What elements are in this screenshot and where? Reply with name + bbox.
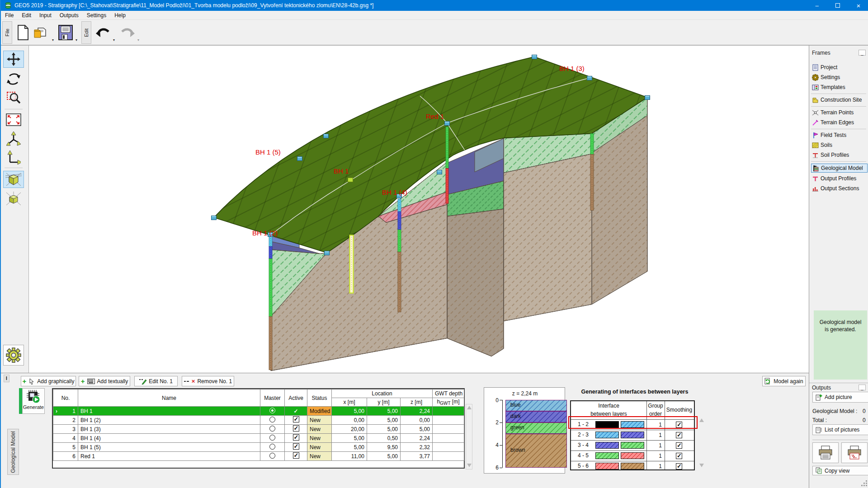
menu-file[interactable]: File bbox=[1, 11, 18, 20]
active-checkbox[interactable] bbox=[293, 434, 299, 441]
close-button[interactable]: × bbox=[848, 0, 868, 11]
undo-button[interactable] bbox=[95, 27, 110, 39]
edit-no1-button[interactable]: Edit No. 1 bbox=[134, 376, 178, 386]
menu-settings[interactable]: Settings bbox=[83, 11, 110, 20]
frames-item-terrain-points[interactable]: Terrain Points bbox=[811, 108, 868, 117]
add-textually-button[interactable]: + Add textually bbox=[79, 376, 130, 386]
frames-item-construction-site[interactable]: Construction Site bbox=[811, 95, 868, 104]
total-count-label: Total : bbox=[812, 417, 827, 423]
perspective-view-button[interactable] bbox=[3, 171, 24, 188]
cell-master[interactable] bbox=[260, 452, 285, 461]
frames-item-terrain-edges[interactable]: Terrain Edges bbox=[811, 118, 868, 127]
frames-item-templates[interactable]: Templates bbox=[811, 83, 868, 92]
cell-active[interactable] bbox=[285, 434, 307, 443]
view-settings-button[interactable] bbox=[3, 345, 24, 366]
table-row[interactable]: 6 Red 1 New 11,00 5,00 3,77 bbox=[53, 452, 464, 461]
smoothing-checkbox[interactable] bbox=[676, 453, 682, 459]
menu-outputs[interactable]: Outputs bbox=[56, 11, 83, 20]
title-bar[interactable]: GEO5 2019 - Stratigraphy [C:\_Stahovat\S… bbox=[1, 0, 868, 11]
table-row[interactable]: 5 BH 1 (5) New 5,00 9,50 2,32 bbox=[53, 443, 464, 452]
open-file-button[interactable] bbox=[33, 25, 50, 40]
cell-master[interactable] bbox=[260, 425, 285, 434]
smoothing-checkbox[interactable] bbox=[676, 463, 682, 469]
interface-swatch bbox=[595, 442, 619, 449]
save-button[interactable] bbox=[58, 24, 73, 41]
print-selection-button[interactable] bbox=[841, 442, 868, 463]
cell-active[interactable]: ✓ bbox=[285, 407, 307, 416]
frames-item-soil-profiles[interactable]: Soil Profiles bbox=[811, 150, 868, 160]
rotate-tool-button[interactable] bbox=[3, 70, 24, 88]
frames-item-soils[interactable]: Soils bbox=[811, 141, 868, 150]
add-graphically-button[interactable]: + Add graphically bbox=[21, 376, 76, 386]
cell-master[interactable] bbox=[260, 416, 285, 425]
frames-item-project[interactable]: Project bbox=[811, 63, 868, 72]
table-scrollbar[interactable] bbox=[466, 404, 472, 469]
active-checkbox[interactable] bbox=[293, 452, 299, 459]
master-radio[interactable] bbox=[269, 426, 275, 432]
axonometry-view-button[interactable] bbox=[3, 190, 24, 207]
master-radio[interactable] bbox=[269, 444, 275, 450]
master-radio[interactable] bbox=[269, 417, 275, 422]
redo-dropdown-caret[interactable]: ▾ bbox=[137, 38, 139, 42]
cell-active[interactable] bbox=[285, 443, 307, 452]
cell-active[interactable] bbox=[285, 416, 307, 425]
zoom-tool-button[interactable] bbox=[3, 89, 24, 106]
table-row[interactable]: 2 BH 1 (2) New 0,00 5,00 0,00 bbox=[53, 416, 464, 425]
master-radio[interactable] bbox=[269, 435, 275, 441]
list-of-pictures-button[interactable]: List of pictures bbox=[812, 424, 868, 435]
cell-active[interactable] bbox=[285, 425, 307, 434]
model-again-button[interactable]: Model again bbox=[762, 376, 806, 386]
smoothing-checkbox[interactable] bbox=[676, 442, 682, 449]
frames-item-settings[interactable]: Settings bbox=[811, 73, 868, 82]
open-dropdown-caret[interactable]: ▾ bbox=[52, 38, 54, 42]
maximize-button[interactable] bbox=[827, 0, 848, 11]
table-row[interactable]: 4 BH 1 (4) New 5,00 0,50 2,24 bbox=[53, 434, 464, 443]
axes-3d-button[interactable] bbox=[3, 131, 24, 148]
interfaces-scroll-down[interactable] bbox=[699, 464, 704, 467]
file-group-tab[interactable]: File bbox=[2, 21, 12, 44]
cell-master[interactable] bbox=[260, 443, 285, 452]
model-again-icon bbox=[764, 378, 771, 385]
frames-item-field-tests[interactable]: Field Tests bbox=[811, 131, 868, 140]
active-checkbox[interactable] bbox=[293, 443, 299, 450]
undo-dropdown-caret[interactable]: ▾ bbox=[113, 38, 115, 42]
table-row[interactable]: 1 BH 1 ✓ Modified 5,00 5,00 2,24 bbox=[53, 407, 464, 416]
edit-group-tab[interactable]: Edit bbox=[81, 21, 91, 44]
save-dropdown-caret[interactable]: ▾ bbox=[75, 38, 77, 42]
menu-edit[interactable]: Edit bbox=[18, 11, 35, 20]
active-checkbox[interactable] bbox=[293, 416, 299, 422]
axes-2d-button[interactable] bbox=[3, 150, 24, 167]
frames-item-output-profiles[interactable]: Output Profiles bbox=[811, 174, 868, 183]
master-radio[interactable] bbox=[269, 453, 275, 459]
generate-button[interactable]: Generate bbox=[22, 388, 45, 414]
interfaces-scroll-up[interactable] bbox=[699, 418, 704, 422]
frames-item-geological-model[interactable]: Geological Model bbox=[811, 164, 868, 173]
col-x: x [m] bbox=[332, 398, 367, 407]
copy-view-label: Copy view bbox=[825, 468, 849, 474]
resize-grip[interactable] bbox=[861, 480, 868, 487]
model-3d-viewport[interactable]: BH 1 (3) Red 1 BH 1 (5) BH 1 BH 1 (4) BH… bbox=[29, 45, 809, 373]
cell-active[interactable] bbox=[285, 452, 307, 461]
pan-tool-button[interactable] bbox=[3, 51, 24, 68]
frames-minimize-button[interactable]: _ bbox=[859, 50, 866, 56]
redo-button[interactable] bbox=[120, 27, 136, 39]
remove-no1-button[interactable]: × Remove No. 1 bbox=[182, 376, 234, 386]
cell-master[interactable] bbox=[260, 407, 285, 416]
new-file-button[interactable] bbox=[16, 24, 30, 41]
copy-view-button[interactable]: Copy view bbox=[812, 466, 868, 475]
add-picture-button[interactable]: Add picture bbox=[812, 392, 868, 403]
menu-help[interactable]: Help bbox=[110, 11, 130, 20]
geological-model-tab[interactable]: Geological Model bbox=[7, 429, 19, 475]
master-radio[interactable] bbox=[269, 408, 275, 413]
outputs-minimize-button[interactable]: _ bbox=[859, 385, 866, 390]
frames-item-output-sections[interactable]: Output Sections bbox=[811, 184, 868, 193]
table-row[interactable]: 3 BH 1 (3) New 20,00 5,00 5,00 bbox=[53, 425, 464, 434]
menu-input[interactable]: Input bbox=[35, 11, 56, 20]
minimize-button[interactable]: – bbox=[807, 0, 827, 11]
panel-handle[interactable]: I bbox=[4, 375, 9, 382]
smoothing-checkbox[interactable] bbox=[676, 432, 682, 438]
zoom-fit-button[interactable] bbox=[3, 111, 24, 128]
active-checkbox[interactable] bbox=[293, 425, 299, 432]
print-button[interactable] bbox=[812, 442, 839, 463]
cell-master[interactable] bbox=[260, 434, 285, 443]
